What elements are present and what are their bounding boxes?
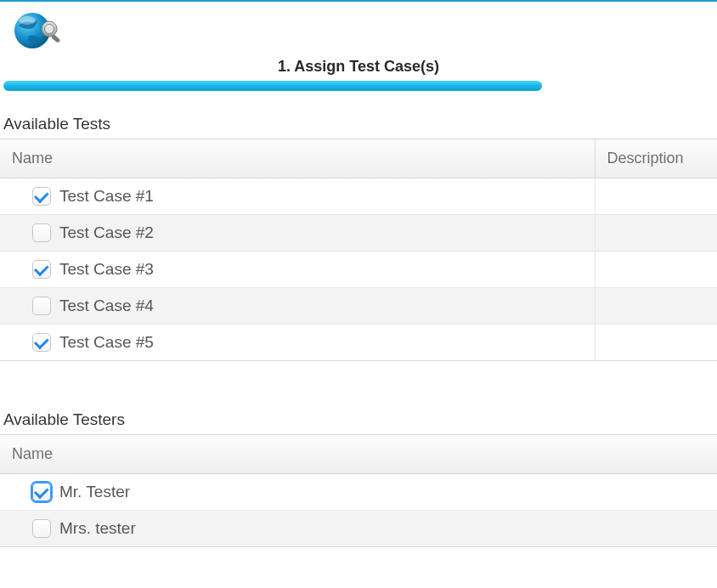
app-logo [0,2,717,53]
test-name-cell: Test Case #3 [0,252,595,288]
tester-name-cell: Mr. Tester [0,474,717,511]
test-checkbox[interactable] [32,333,51,352]
tests-col-description[interactable]: Description [595,139,717,178]
test-name-cell: Test Case #2 [0,215,595,252]
table-row: Test Case #3 [0,252,717,288]
table-row: Test Case #2 [0,215,717,252]
wizard-progress-bar [3,81,637,91]
test-checkbox[interactable] [32,223,51,242]
tester-name-cell: Mrs. tester [0,511,717,547]
available-tests-title: Available Tests [0,96,717,139]
test-description-cell [595,288,717,325]
test-name-label: Test Case #4 [59,297,154,315]
test-name-label: Test Case #3 [59,260,154,279]
tester-checkbox[interactable] [32,483,51,501]
test-description-cell [595,325,717,361]
tester-checkbox[interactable] [32,519,51,538]
test-name-cell: Test Case #5 [0,325,595,361]
test-name-cell: Test Case #1 [0,178,595,215]
test-checkbox[interactable] [32,187,51,206]
svg-point-1 [19,16,36,25]
test-checkbox[interactable] [32,260,51,279]
test-description-cell [595,215,717,252]
test-name-label: Test Case #1 [59,187,154,206]
test-description-cell [595,178,717,215]
tests-table: Name Description Test Case #1Test Case #… [0,139,717,361]
test-name-label: Test Case #5 [59,333,154,352]
table-row: Test Case #4 [0,288,717,325]
globe-search-icon [10,8,65,53]
test-checkbox[interactable] [32,297,51,315]
tester-name-label: Mr. Tester [59,483,130,501]
wizard-progress-fill [3,81,542,91]
testers-col-name[interactable]: Name [0,435,717,474]
section-gap [0,361,717,392]
svg-point-3 [45,25,54,34]
testers-table: Name Mr. TesterMrs. tester [0,434,717,547]
tests-col-name[interactable]: Name [0,139,595,178]
table-row: Test Case #5 [0,325,717,361]
wizard-step-title: 1. Assign Test Case(s) [0,58,717,76]
test-name-cell: Test Case #4 [0,288,595,325]
available-testers-title: Available Testers [0,392,717,434]
table-row: Mrs. tester [0,511,717,547]
test-name-label: Test Case #2 [59,223,154,242]
table-row: Mr. Tester [0,474,717,511]
table-row: Test Case #1 [0,178,717,215]
tester-name-label: Mrs. tester [59,519,136,538]
test-description-cell [595,252,717,288]
